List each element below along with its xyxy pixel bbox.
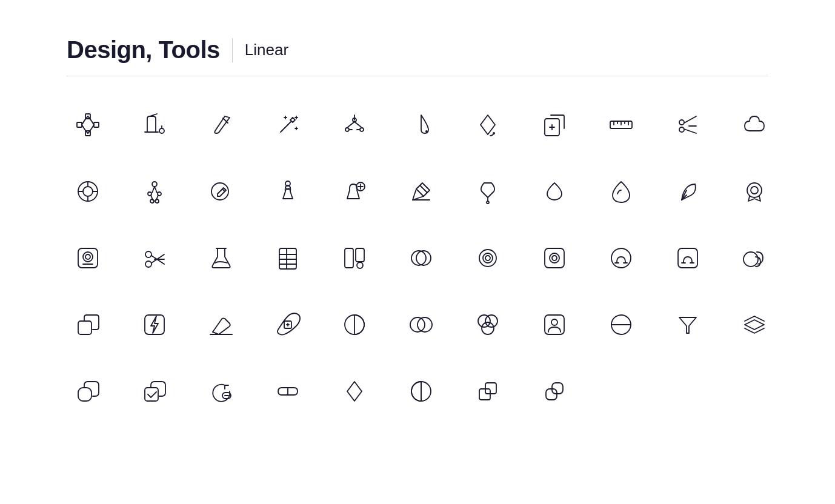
instagram-icon[interactable] (454, 234, 521, 282)
copy-small-icon[interactable] (454, 367, 521, 416)
svg-rect-121 (552, 383, 563, 394)
svg-rect-1 (94, 122, 99, 127)
circles3-icon[interactable] (454, 300, 521, 349)
page-header: Design, Tools Linear (0, 0, 835, 76)
copy-add-icon[interactable] (521, 101, 588, 149)
svg-point-38 (152, 182, 157, 187)
svg-point-109 (551, 319, 557, 325)
svg-point-41 (150, 199, 154, 203)
funnel-icon[interactable] (654, 300, 721, 349)
puppet-icon[interactable] (121, 167, 188, 216)
stamp-badge-icon[interactable] (721, 167, 788, 216)
brush-icon[interactable] (188, 101, 254, 149)
eraser-icon[interactable] (188, 300, 254, 349)
svg-line-44 (155, 187, 157, 193)
omega-circle-icon[interactable] (588, 234, 654, 282)
dropper-icon[interactable] (454, 167, 521, 216)
header-divider (232, 38, 233, 62)
flask-icon[interactable] (188, 234, 254, 282)
paint-bucket-icon[interactable] (121, 101, 188, 149)
eraser-pen-icon[interactable] (388, 167, 454, 216)
pen-tool-icon[interactable] (321, 101, 388, 149)
svg-line-29 (684, 116, 696, 123)
svg-point-62 (83, 252, 93, 262)
feather-icon[interactable] (654, 167, 721, 216)
stamp-add-icon[interactable] (321, 167, 388, 216)
svg-point-28 (679, 127, 684, 132)
edit-circle-icon[interactable] (188, 167, 254, 216)
svg-point-59 (747, 183, 762, 197)
svg-point-42 (155, 199, 159, 203)
svg-point-93 (744, 252, 758, 267)
svg-rect-61 (78, 248, 98, 268)
icons-grid (0, 76, 835, 440)
svg-point-57 (487, 201, 489, 204)
svg-rect-113 (145, 388, 158, 401)
layers-icon[interactable] (721, 300, 788, 349)
copy-square-icon[interactable] (55, 300, 121, 349)
svg-point-33 (83, 187, 93, 196)
lifesaver-icon[interactable] (55, 167, 121, 216)
svg-rect-118 (479, 389, 490, 400)
half-circle-icon[interactable] (321, 300, 388, 349)
svg-point-87 (611, 248, 631, 268)
svg-rect-120 (546, 389, 557, 400)
svg-rect-76 (345, 248, 353, 268)
svg-point-27 (679, 120, 684, 125)
scissors-tool-icon[interactable] (654, 101, 721, 149)
svg-point-82 (483, 253, 493, 263)
svg-rect-108 (545, 315, 564, 334)
fill-diamond-icon[interactable] (454, 101, 521, 149)
half-vertical-icon[interactable] (388, 367, 454, 416)
svg-rect-0 (77, 122, 82, 127)
ruler-icon[interactable] (588, 101, 654, 149)
color-card-icon[interactable] (254, 234, 321, 282)
scissors-icon[interactable] (121, 234, 188, 282)
magic-wand-icon[interactable] (254, 101, 321, 149)
diamond-pill-icon[interactable] (254, 367, 321, 416)
svg-point-4 (159, 128, 164, 133)
svg-point-60 (751, 187, 758, 194)
dropper2-icon[interactable] (521, 167, 588, 216)
svg-rect-84 (545, 248, 564, 268)
page-title: Design, Tools (67, 36, 220, 64)
blend-icon[interactable] (388, 300, 454, 349)
copy-rounded-icon[interactable] (55, 367, 121, 416)
stamp-x-icon[interactable] (254, 167, 321, 216)
svg-point-86 (552, 256, 557, 260)
swatch-icon[interactable] (321, 234, 388, 282)
svg-line-43 (152, 187, 155, 193)
copy-checked-icon[interactable] (121, 367, 188, 416)
cloud-shape-icon[interactable] (721, 101, 788, 149)
svg-point-106 (485, 315, 497, 327)
svg-point-107 (482, 322, 494, 334)
bezier-tool-icon[interactable] (55, 101, 121, 149)
svg-rect-95 (145, 315, 164, 334)
diamond-icon[interactable] (321, 367, 388, 416)
svg-rect-90 (678, 248, 697, 268)
camera-instagram-icon[interactable] (521, 234, 588, 282)
svg-line-67 (151, 256, 164, 264)
svg-line-68 (151, 254, 164, 263)
omega-square-icon[interactable] (654, 234, 721, 282)
svg-point-78 (357, 262, 363, 268)
header-subtitle: Linear (245, 41, 288, 59)
rotate-link-icon[interactable] (188, 367, 254, 416)
svg-rect-119 (485, 383, 496, 394)
ink-drop-icon[interactable] (588, 167, 654, 216)
fill-color-icon[interactable] (388, 101, 454, 149)
person-circle-icon[interactable] (521, 300, 588, 349)
svg-point-17 (493, 132, 495, 134)
copy-small2-icon[interactable] (521, 367, 588, 416)
bolt-icon[interactable] (121, 300, 188, 349)
svg-line-30 (684, 129, 696, 133)
svg-rect-94 (78, 321, 91, 334)
svg-rect-112 (78, 388, 91, 401)
half-circle2-icon[interactable] (588, 300, 654, 349)
subtract-icon[interactable] (388, 234, 454, 282)
svg-point-66 (145, 261, 151, 267)
svg-point-105 (478, 315, 490, 327)
copy-circle-icon[interactable] (721, 234, 788, 282)
stamp-badge2-icon[interactable] (55, 234, 121, 282)
bandaid-icon[interactable] (254, 300, 321, 349)
